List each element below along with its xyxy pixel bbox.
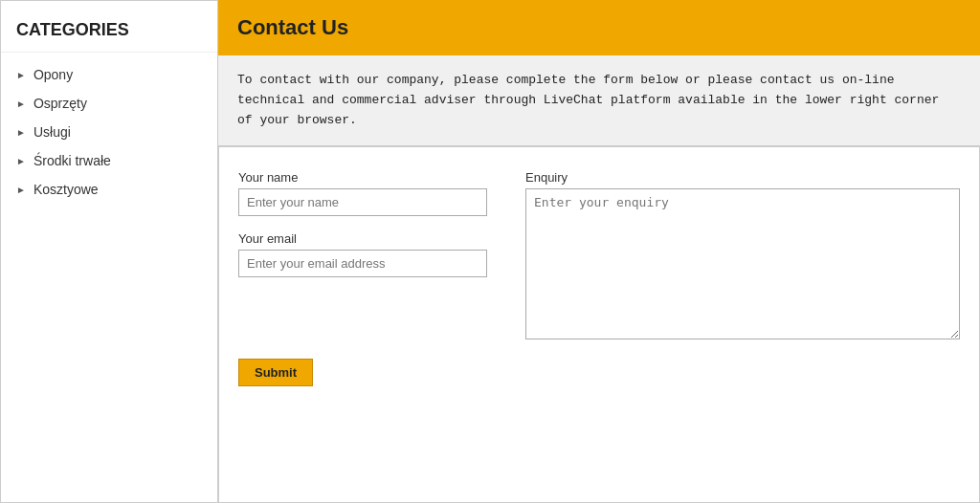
sidebar-item-uslugi[interactable]: ► Usługi — [1, 118, 217, 146]
email-group: Your email — [238, 231, 487, 277]
sidebar-title: CATEGORIES — [1, 12, 217, 53]
form-row: Your name Your email Enquiry — [238, 170, 960, 339]
name-label: Your name — [238, 170, 487, 185]
name-group: Your name — [238, 170, 487, 216]
email-input[interactable] — [238, 250, 487, 277]
page-title: Contact Us — [218, 0, 980, 55]
sidebar-item-label: Kosztyowe — [33, 182, 99, 197]
chevron-right-icon: ► — [16, 185, 26, 195]
enquiry-input[interactable] — [525, 188, 960, 339]
sidebar-item-label: Osprzęty — [33, 96, 87, 111]
submit-button[interactable]: Submit — [238, 359, 313, 386]
sidebar-item-osprzety[interactable]: ► Osprzęty — [1, 89, 217, 118]
sidebar-item-kosztyowe[interactable]: ► Kosztyowe — [1, 175, 217, 204]
sidebar-item-label: Usługi — [33, 124, 71, 140]
sidebar: CATEGORIES ► Opony ► Osprzęty ► Usługi ►… — [0, 0, 218, 503]
submit-row: Submit — [238, 359, 960, 386]
main-content: Contact Us To contact with our company, … — [218, 0, 980, 503]
chevron-right-icon: ► — [16, 70, 26, 80]
sidebar-item-label: Środki trwałe — [33, 153, 111, 168]
chevron-right-icon: ► — [16, 127, 26, 138]
enquiry-group: Enquiry — [525, 170, 960, 339]
form-right-column: Enquiry — [525, 170, 960, 339]
contact-form-wrapper: Your name Your email Enquiry Submit — [218, 146, 980, 503]
chevron-right-icon: ► — [16, 98, 26, 109]
sidebar-item-opony[interactable]: ► Opony — [1, 60, 217, 89]
enquiry-label: Enquiry — [525, 170, 960, 185]
sidebar-item-label: Opony — [33, 67, 73, 82]
form-left-column: Your name Your email — [238, 170, 487, 277]
chevron-right-icon: ► — [16, 156, 26, 166]
name-input[interactable] — [238, 188, 487, 216]
email-label: Your email — [238, 231, 487, 246]
contact-description: To contact with our company, please comp… — [218, 55, 980, 146]
sidebar-item-srodki[interactable]: ► Środki trwałe — [1, 146, 217, 175]
